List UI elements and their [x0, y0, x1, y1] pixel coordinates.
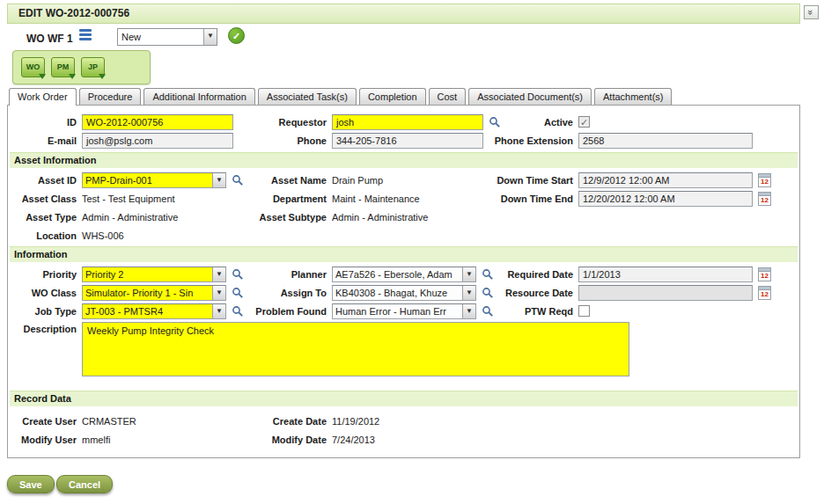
- workflow-label: WO WF 1: [26, 33, 73, 45]
- email-input[interactable]: josh@pslg.com: [82, 133, 233, 149]
- dropdown-arrow-icon[interactable]: [212, 304, 225, 318]
- down-time-start-label: Down Time Start: [457, 175, 573, 186]
- tab-cost[interactable]: Cost: [429, 88, 467, 105]
- description-label: Description: [10, 324, 77, 335]
- down-time-start-input[interactable]: 12/9/2012 12:00 AM: [578, 172, 753, 188]
- id-input[interactable]: WO-2012-000756: [82, 114, 233, 130]
- asset-type-value: Admin - Administrative: [82, 212, 178, 223]
- phone-extension-label: Phone Extension: [457, 135, 573, 147]
- description-textarea[interactable]: Weekly Pump Integrity Check: [82, 322, 629, 376]
- asset-type-label: Asset Type: [10, 212, 77, 223]
- planner-select[interactable]: AE7a526 - Ebersole, Adam: [332, 267, 476, 282]
- dropdown-arrow-icon[interactable]: [212, 267, 225, 281]
- workflow-list-icon[interactable]: [79, 29, 92, 40]
- phone-extension-input[interactable]: 2568: [578, 133, 753, 149]
- collapse-button[interactable]: [804, 5, 819, 19]
- tab-associated-documents[interactable]: Associated Document(s): [468, 88, 592, 105]
- asset-subtype-value: Admin - Administrative: [332, 212, 428, 223]
- create-date-value: 11/19/2012: [332, 416, 379, 427]
- problem-found-select[interactable]: Human Error - Human Err: [332, 303, 476, 319]
- double-chevron-icon: [806, 10, 818, 15]
- wo-class-select[interactable]: Simulator- Priority 1 - Sin: [82, 285, 226, 301]
- priority-label: Priority: [10, 269, 77, 281]
- dropdown-arrow-icon[interactable]: [212, 286, 225, 300]
- record-data-header: Record Data: [10, 391, 798, 406]
- save-button[interactable]: Save: [7, 475, 55, 493]
- copy-jp-button[interactable]: JP: [81, 57, 105, 77]
- requestor-label: Requestor: [239, 117, 327, 128]
- form-row: Create User CRMASTER Create Date 11/19/2…: [8, 413, 799, 432]
- tab-associated-tasks[interactable]: Associated Task(s): [258, 88, 357, 105]
- problem-found-label: Problem Found: [239, 306, 327, 318]
- department-label: Department: [239, 194, 327, 205]
- ptw-reqd-checkbox[interactable]: [578, 305, 590, 317]
- page-title: EDIT WO-2012-000756: [8, 4, 129, 23]
- job-type-label: Job Type: [10, 306, 77, 318]
- copy-pm-label: PM: [57, 62, 70, 71]
- dropdown-arrow-icon[interactable]: [203, 29, 217, 45]
- calendar-icon[interactable]: 12: [758, 267, 771, 281]
- workflow-status-value: New: [118, 29, 203, 45]
- required-date-label: Required Date: [457, 269, 573, 281]
- work-order-panel: ID WO-2012-000756 Requestor josh Active …: [7, 105, 800, 458]
- form-row: Modify User mmelfi Modify Date 7/24/2013: [8, 432, 799, 450]
- form-row: ID WO-2012-000756 Requestor josh Active: [8, 114, 799, 133]
- planner-value: AE7a526 - Ebersole, Adam: [333, 267, 462, 281]
- down-time-end-input[interactable]: 12/20/2012 12:00 AM: [578, 191, 753, 207]
- copy-toolbar: WO PM JP: [12, 50, 151, 84]
- ptw-reqd-label: PTW Reqd: [457, 306, 573, 318]
- tab-procedure[interactable]: Procedure: [79, 88, 142, 105]
- copy-wo-label: WO: [26, 62, 40, 71]
- asset-subtype-label: Asset Subtype: [239, 212, 327, 223]
- required-date-input[interactable]: 1/1/2013: [578, 267, 753, 282]
- wo-class-value: Simulator- Priority 1 - Sin: [83, 286, 212, 300]
- form-row: Asset Class Test - Test Equipment Depart…: [8, 191, 799, 209]
- tab-attachments[interactable]: Attachment(s): [594, 88, 672, 105]
- form-row: E-mail josh@pslg.com Phone 344-205-7816 …: [8, 133, 799, 151]
- priority-select[interactable]: Priority 2: [82, 267, 226, 282]
- id-label: ID: [10, 117, 77, 128]
- tab-strip: Work Order Procedure Additional Informat…: [9, 88, 672, 105]
- modify-date-label: Modify Date: [239, 435, 327, 446]
- assign-to-label: Assign To: [239, 288, 327, 299]
- form-row: Priority Priority 2 Planner AE7a526 - Eb…: [8, 267, 799, 285]
- download-arrow-icon: [39, 74, 46, 79]
- department-value: Maint - Maintenance: [332, 194, 420, 204]
- tab-work-order[interactable]: Work Order: [9, 88, 77, 106]
- tab-completion[interactable]: Completion: [359, 88, 426, 105]
- copy-pm-button[interactable]: PM: [51, 57, 75, 77]
- tab-additional-information[interactable]: Additional Information: [143, 88, 254, 105]
- information-header: Information: [10, 246, 798, 262]
- asset-id-value: PMP-Drain-001: [83, 173, 212, 187]
- resource-date-input[interactable]: [578, 285, 753, 301]
- create-user-label: Create User: [10, 416, 77, 427]
- calendar-icon[interactable]: 12: [758, 192, 771, 206]
- create-date-label: Create Date: [239, 416, 327, 427]
- calendar-icon[interactable]: 12: [758, 286, 771, 300]
- download-arrow-icon: [99, 74, 106, 79]
- workflow-ok-icon[interactable]: [228, 27, 245, 44]
- copy-wo-button[interactable]: WO: [21, 57, 45, 77]
- form-row: Location WHS-006: [8, 228, 799, 246]
- asset-class-value: Test - Test Equipment: [82, 194, 175, 204]
- wo-class-label: WO Class: [10, 288, 77, 299]
- calendar-icon[interactable]: 12: [758, 173, 771, 187]
- active-checkbox[interactable]: [578, 116, 590, 128]
- workflow-status-select[interactable]: New: [117, 28, 217, 46]
- create-user-value: CRMASTER: [82, 416, 136, 427]
- dropdown-arrow-icon[interactable]: [212, 173, 225, 187]
- location-label: Location: [10, 230, 77, 242]
- asset-id-label: Asset ID: [10, 175, 77, 186]
- cancel-button[interactable]: Cancel: [56, 475, 113, 493]
- active-label: Active: [457, 117, 573, 128]
- asset-information-header: Asset Information: [10, 152, 798, 168]
- problem-found-value: Human Error - Human Err: [333, 304, 462, 318]
- window-titlebar: EDIT WO-2012-000756: [7, 4, 800, 24]
- asset-id-select[interactable]: PMP-Drain-001: [82, 172, 226, 188]
- download-arrow-icon: [69, 74, 76, 79]
- job-type-value: JT-003 - PMTSR4: [83, 304, 212, 318]
- resource-date-label: Resource Date: [457, 288, 573, 299]
- assign-to-select[interactable]: KB40308 - Bhagat, Khuze: [332, 285, 476, 301]
- job-type-select[interactable]: JT-003 - PMTSR4: [82, 303, 226, 319]
- form-row: Job Type JT-003 - PMTSR4 Problem Found H…: [8, 303, 799, 322]
